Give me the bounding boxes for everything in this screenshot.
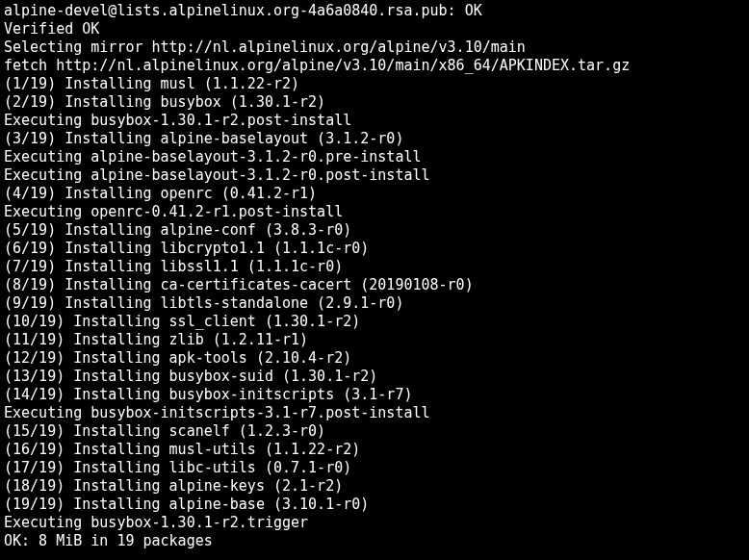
terminal-line: Executing openrc-0.41.2-r1.post-install	[4, 203, 745, 221]
terminal-line: (13/19) Installing busybox-suid (1.30.1-…	[4, 368, 745, 386]
terminal-line: (12/19) Installing apk-tools (2.10.4-r2)	[4, 349, 745, 368]
terminal-line: alpine-devel@lists.alpinelinux.org-4a6a0…	[4, 2, 745, 20]
terminal-line: Selecting mirror http://nl.alpinelinux.o…	[4, 38, 745, 57]
terminal-line: OK: 8 MiB in 19 packages	[4, 532, 745, 550]
terminal-line: Executing busybox-1.30.1-r2.post-install	[4, 112, 745, 130]
terminal-line: (3/19) Installing alpine-baselayout (3.1…	[4, 130, 745, 148]
terminal-line: Executing busybox-1.30.1-r2.trigger	[4, 514, 745, 532]
terminal-line: Executing busybox-initscripts-3.1-r7.pos…	[4, 404, 745, 422]
terminal-line: (2/19) Installing busybox (1.30.1-r2)	[4, 93, 745, 112]
terminal-line: (9/19) Installing libtls-standalone (2.9…	[4, 294, 745, 313]
terminal-line: Executing alpine-baselayout-3.1.2-r0.pre…	[4, 148, 745, 166]
terminal-line: fetch http://nl.alpinelinux.org/alpine/v…	[4, 57, 745, 75]
terminal-line: Executing alpine-baselayout-3.1.2-r0.pos…	[4, 166, 745, 185]
terminal-line: (7/19) Installing libssl1.1 (1.1.1c-r0)	[4, 258, 745, 276]
terminal-line: (15/19) Installing scanelf (1.2.3-r0)	[4, 422, 745, 441]
terminal-line: (10/19) Installing ssl_client (1.30.1-r2…	[4, 313, 745, 331]
terminal-line: Verified OK	[4, 20, 745, 38]
terminal-line: (14/19) Installing busybox-initscripts (…	[4, 386, 745, 404]
terminal-output: alpine-devel@lists.alpinelinux.org-4a6a0…	[0, 0, 749, 552]
terminal-line: (4/19) Installing openrc (0.41.2-r1)	[4, 185, 745, 203]
terminal-line: (6/19) Installing libcrypto1.1 (1.1.1c-r…	[4, 240, 745, 258]
terminal-line: (1/19) Installing musl (1.1.22-r2)	[4, 75, 745, 93]
terminal-line: (11/19) Installing zlib (1.2.11-r1)	[4, 331, 745, 349]
terminal-line: (17/19) Installing libc-utils (0.7.1-r0)	[4, 459, 745, 477]
terminal-line: (16/19) Installing musl-utils (1.1.22-r2…	[4, 441, 745, 459]
terminal-line: (18/19) Installing alpine-keys (2.1-r2)	[4, 477, 745, 496]
terminal-line: (8/19) Installing ca-certificates-cacert…	[4, 276, 745, 294]
terminal-line: (19/19) Installing alpine-base (3.10.1-r…	[4, 496, 745, 514]
terminal-line: (5/19) Installing alpine-conf (3.8.3-r0)	[4, 221, 745, 240]
